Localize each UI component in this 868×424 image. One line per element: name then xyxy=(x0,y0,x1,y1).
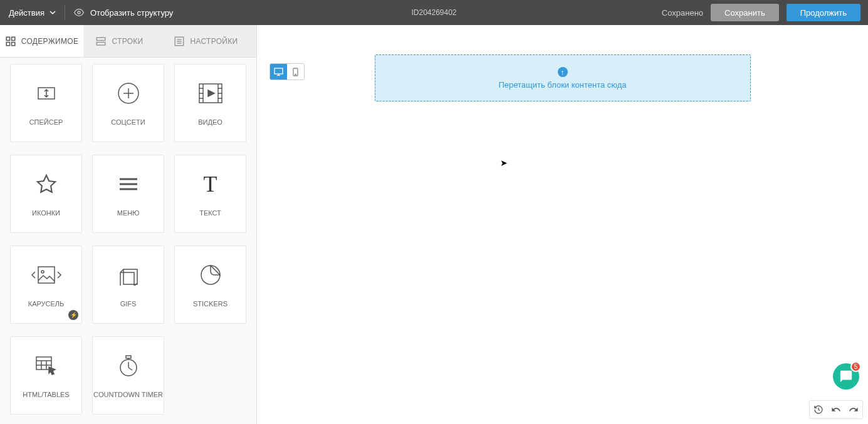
block-carousel-label: КАРУСЕЛЬ xyxy=(28,299,65,308)
canvas-area: ↑ Перетащить блоки контента сюда ➤ xyxy=(257,25,868,424)
block-menu-label: МЕНЮ xyxy=(117,209,140,217)
content-dropzone[interactable]: ↑ Перетащить блоки контента сюда xyxy=(375,54,751,101)
block-gifs-label: GIFS xyxy=(120,299,137,308)
show-structure-label: Отобразить структуру xyxy=(90,8,173,18)
spacer-icon xyxy=(36,79,57,108)
actions-label: Действия xyxy=(9,8,44,18)
tab-settings-label: НАСТРОЙКИ xyxy=(190,37,238,46)
continue-button[interactable]: Продолжить xyxy=(787,4,860,21)
block-stickers[interactable]: STICKERS xyxy=(174,246,246,324)
history-controls xyxy=(809,400,863,419)
block-timer-label: COUNTDOWN TIMER xyxy=(93,390,163,399)
tab-content-label: СОДЕРЖИМОЕ xyxy=(21,37,79,46)
menu-icon xyxy=(118,170,139,199)
svg-rect-4 xyxy=(11,42,14,45)
rows-icon xyxy=(95,36,107,47)
dropzone-text: Перетащить блоки контента сюда xyxy=(498,80,626,90)
text-icon: T xyxy=(204,170,217,199)
block-carousel[interactable]: КАРУСЕЛЬ ⚡ xyxy=(10,246,82,324)
undo-button[interactable] xyxy=(827,401,845,418)
carousel-icon xyxy=(29,261,63,289)
desktop-icon xyxy=(274,68,283,76)
svg-rect-1 xyxy=(6,37,9,40)
svg-rect-2 xyxy=(11,37,14,40)
top-right-group: Сохранено Сохранить Продолжить xyxy=(662,4,868,21)
svg-line-45 xyxy=(818,410,820,410)
show-structure-button[interactable]: Отобразить структуру xyxy=(65,8,182,18)
chat-badge: 5 xyxy=(850,361,861,372)
tab-rows-label: СТРОКИ xyxy=(112,37,143,46)
svg-point-43 xyxy=(295,74,296,75)
device-toggle xyxy=(269,63,305,80)
block-menu[interactable]: МЕНЮ xyxy=(92,155,164,233)
eye-icon xyxy=(74,8,84,18)
social-icon xyxy=(117,79,140,108)
svg-rect-30 xyxy=(123,269,137,284)
block-video[interactable]: ВИДЕО xyxy=(174,64,246,142)
saved-status: Сохранено xyxy=(662,8,703,18)
sidebar: СОДЕРЖИМОЕ СТРОКИ НАСТРОЙКИ СПЕЙСЕР СОЦС… xyxy=(0,25,257,424)
sidebar-tabs: СОДЕРЖИМОЕ СТРОКИ НАСТРОЙКИ xyxy=(0,25,256,58)
content-blocks-grid: СПЕЙСЕР СОЦСЕТИ ВИДЕО ИКОНКИ МЕНЮ T ТЕКС… xyxy=(0,58,256,424)
svg-rect-28 xyxy=(38,267,55,283)
block-html[interactable]: HTML/TABLES xyxy=(10,336,82,415)
settings-icon xyxy=(174,36,185,47)
svg-rect-39 xyxy=(275,68,283,74)
svg-rect-6 xyxy=(97,42,106,45)
tab-rows[interactable]: СТРОКИ xyxy=(83,25,155,57)
timer-icon xyxy=(118,351,139,380)
tab-content[interactable]: СОДЕРЖИМОЕ xyxy=(0,25,83,57)
block-text-label: ТЕКСТ xyxy=(199,209,221,217)
tab-settings[interactable]: НАСТРОЙКИ xyxy=(155,25,256,57)
chevron-down-icon xyxy=(50,9,56,16)
block-video-label: ВИДЕО xyxy=(198,118,222,127)
chat-icon xyxy=(839,370,853,383)
mobile-view-button[interactable] xyxy=(287,64,304,80)
stickers-icon xyxy=(200,261,221,289)
history-button[interactable] xyxy=(810,401,827,418)
block-html-label: HTML/TABLES xyxy=(23,390,69,399)
history-icon xyxy=(813,405,824,415)
mobile-icon xyxy=(293,68,298,76)
document-id: ID204269402 xyxy=(411,8,456,17)
chat-button[interactable]: 5 xyxy=(833,363,859,390)
grid-icon xyxy=(5,36,16,47)
block-timer[interactable]: COUNTDOWN TIMER xyxy=(92,336,164,415)
redo-icon xyxy=(849,405,859,415)
svg-marker-24 xyxy=(37,175,55,192)
gifs-icon xyxy=(118,261,139,289)
block-stickers-label: STICKERS xyxy=(193,299,227,308)
svg-rect-37 xyxy=(126,356,131,358)
desktop-view-button[interactable] xyxy=(270,64,287,80)
bolt-badge-icon: ⚡ xyxy=(68,310,78,320)
top-toolbar: Действия Отобразить структуру ID20426940… xyxy=(0,0,868,25)
svg-rect-5 xyxy=(97,38,106,41)
undo-icon xyxy=(831,405,841,415)
block-gifs[interactable]: GIFS xyxy=(92,246,164,324)
block-spacer-label: СПЕЙСЕР xyxy=(29,118,63,127)
block-icons-label: ИКОНКИ xyxy=(32,209,60,217)
actions-dropdown[interactable]: Действия xyxy=(0,0,65,25)
cursor-icon: ➤ xyxy=(500,158,508,168)
svg-point-29 xyxy=(41,271,44,273)
footer-controls xyxy=(809,400,863,419)
save-button[interactable]: Сохранить xyxy=(711,4,779,21)
redo-button[interactable] xyxy=(845,401,862,418)
block-social-label: СОЦСЕТИ xyxy=(111,118,145,127)
video-icon xyxy=(198,79,223,108)
svg-point-0 xyxy=(78,11,80,14)
block-text[interactable]: T ТЕКСТ xyxy=(174,155,246,233)
block-icons[interactable]: ИКОНКИ xyxy=(10,155,82,233)
html-icon xyxy=(35,351,58,380)
block-spacer[interactable]: СПЕЙСЕР xyxy=(10,64,82,142)
arrow-up-circle-icon: ↑ xyxy=(558,67,568,77)
block-social[interactable]: СОЦСЕТИ xyxy=(92,64,164,142)
star-icon xyxy=(36,170,57,199)
svg-rect-3 xyxy=(6,42,9,45)
main-area: СОДЕРЖИМОЕ СТРОКИ НАСТРОЙКИ СПЕЙСЕР СОЦС… xyxy=(0,25,868,424)
